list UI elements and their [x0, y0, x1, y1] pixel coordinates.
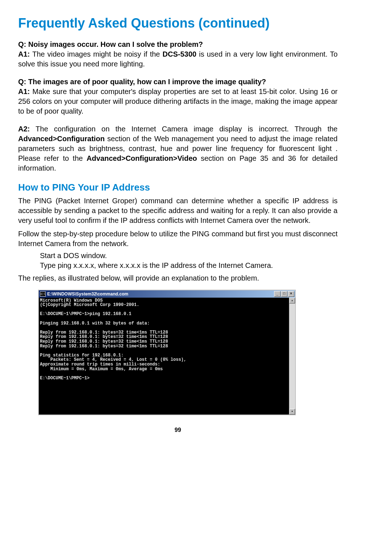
menu-path: Advanced>Configuration — [18, 135, 105, 143]
scroll-down-button[interactable]: ▾ — [289, 409, 295, 415]
console-body: Microsoft(R) Windows DOS (C)Copyright Mi… — [39, 298, 295, 415]
section-heading-ping: How to PING Your IP Address — [18, 181, 338, 194]
faq-answer-2a: A1: Make sure that your computer's displ… — [18, 87, 338, 116]
page-number: 99 — [18, 426, 338, 434]
paragraph: Follow the step-by-step procedure below … — [18, 229, 338, 249]
answer-label: A1: — [18, 50, 30, 58]
dos-window: C:\ E:\WINDOWS\System32\command.com _ □ … — [38, 290, 296, 415]
paragraph: The PING (Packet Internet Groper) comman… — [18, 196, 338, 225]
close-button[interactable]: × — [288, 291, 294, 297]
minimize-button[interactable]: _ — [274, 291, 281, 297]
answer-text: The configuration on the Internet Camera… — [30, 125, 338, 133]
maximize-button[interactable]: □ — [281, 291, 287, 297]
faq-answer-2b: A2: The configuration on the Internet Ca… — [18, 124, 338, 173]
command-prompt-icon: C:\ — [40, 291, 46, 297]
step-2: Type ping x.x.x.x, where x.x.x.x is the … — [40, 261, 338, 270]
faq-question-2: Q: The images are of poor quality, how c… — [18, 77, 338, 87]
scrollbar[interactable]: ▴ ▾ — [289, 298, 295, 415]
answer-label: A2: — [18, 125, 30, 133]
answer-label: A1: — [18, 87, 30, 95]
paragraph: The replies, as illustrated below, will … — [18, 273, 338, 283]
console-output: Microsoft(R) Windows DOS (C)Copyright Mi… — [39, 298, 289, 415]
scroll-up-button[interactable]: ▴ — [289, 298, 295, 303]
product-model: DCS-5300 — [163, 50, 196, 58]
page-title: Frequently Asked Questions (continued) — [18, 15, 338, 32]
window-title: E:\WINDOWS\System32\command.com — [47, 291, 274, 297]
window-titlebar: C:\ E:\WINDOWS\System32\command.com _ □ … — [39, 290, 295, 298]
menu-path: Advanced>Configuration>Video — [87, 154, 197, 162]
faq-answer-1: A1: The video images might be noisy if t… — [18, 49, 338, 69]
answer-text: Make sure that your computer's display p… — [18, 87, 338, 115]
faq-question-1: Q: Noisy images occur. How can I solve t… — [18, 40, 338, 49]
answer-text: The video images might be noisy if the — [30, 50, 163, 58]
step-1: Start a DOS window. — [40, 251, 338, 261]
